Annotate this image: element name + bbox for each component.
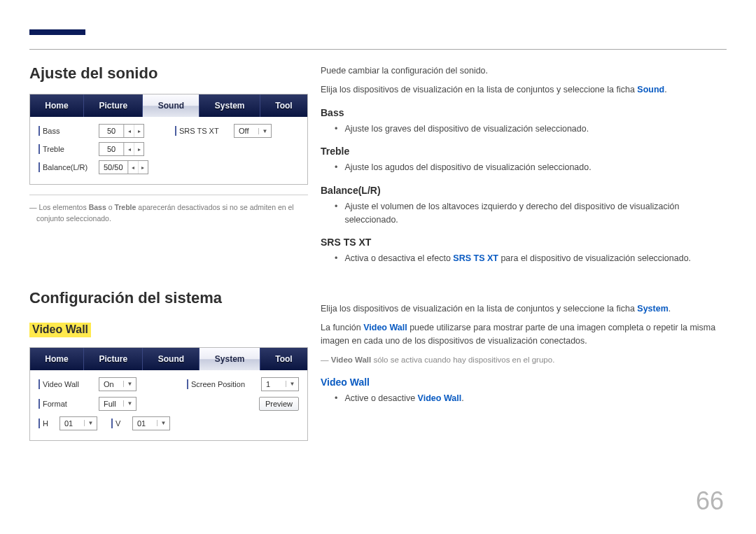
bullet-srs: Activa o desactiva el efecto SRS TS XT p… xyxy=(321,252,727,265)
heading-srs: SRS TS XT xyxy=(321,237,727,248)
screenpos-select[interactable]: 1 ▼ xyxy=(261,377,299,391)
footnote-separator xyxy=(29,195,308,195)
label-screenpos: Screen Position xyxy=(187,379,257,389)
h-value: 01 xyxy=(60,419,84,428)
label-format: Format xyxy=(38,399,94,409)
arrow-left-icon[interactable]: ◂ xyxy=(128,161,138,174)
tab-home-2[interactable]: Home xyxy=(30,348,84,370)
label-videowall: Video Wall xyxy=(38,379,94,389)
arrow-left-icon[interactable]: ◂ xyxy=(124,143,134,155)
chevron-down-icon: ▼ xyxy=(157,420,169,426)
bass-stepper[interactable]: 50 ◂▸ xyxy=(99,124,144,138)
v-select[interactable]: 01 ▼ xyxy=(132,416,170,430)
left-column: Ajuste del sonido Home Picture Sound Sys… xyxy=(29,64,308,451)
video-wall-highlight: Video Wall xyxy=(29,323,91,337)
label-srs: SRS TS XT xyxy=(175,126,230,136)
arrow-right-icon[interactable]: ▸ xyxy=(138,161,148,174)
tab-home[interactable]: Home xyxy=(30,94,84,117)
screenpos-value: 1 xyxy=(262,380,286,388)
label-balance: Balance(L/R) xyxy=(38,162,94,172)
bullet-bass: Ajuste los graves del dispositivo de vis… xyxy=(321,122,727,136)
heading-bass: Bass xyxy=(321,107,727,118)
system-intro-2: La función Video Wall puede utilizarse p… xyxy=(321,321,727,349)
tab-system[interactable]: System xyxy=(200,94,260,117)
label-bass: Bass xyxy=(38,126,94,136)
label-h: H xyxy=(38,419,55,428)
heading-balance: Balance(L/R) xyxy=(321,185,727,196)
videowall-select[interactable]: On ▼ xyxy=(99,377,136,391)
section-title-system: Configuración del sistema xyxy=(29,289,308,307)
balance-stepper[interactable]: 50/50 ◂▸ xyxy=(99,160,148,174)
format-value: Full xyxy=(99,400,123,408)
chevron-down-icon: ▼ xyxy=(123,381,136,387)
page-number: 66 xyxy=(696,486,724,516)
label-treble: Treble xyxy=(38,144,94,154)
heading-treble: Treble xyxy=(321,146,727,157)
chevron-down-icon: ▼ xyxy=(258,128,271,134)
tab-tool-2[interactable]: Tool xyxy=(260,348,307,370)
system-panel-body: Video Wall On ▼ Screen Position 1 ▼ xyxy=(30,370,307,440)
system-tabbar: Home Picture Sound System Tool xyxy=(30,348,307,370)
srs-select[interactable]: Off ▼ xyxy=(234,124,272,138)
sound-intro-1: Puede cambiar la configuración del sonid… xyxy=(321,64,727,78)
bass-value: 50 xyxy=(99,127,123,135)
tab-sound-2[interactable]: Sound xyxy=(143,348,200,370)
h-select[interactable]: 01 ▼ xyxy=(59,416,97,430)
sound-intro-2: Elija los dispositivos de visualización … xyxy=(321,83,727,97)
treble-value: 50 xyxy=(99,145,123,153)
header-accent xyxy=(29,29,85,35)
tab-system-2[interactable]: System xyxy=(200,348,260,370)
balance-value: 50/50 xyxy=(99,163,127,171)
chevron-down-icon: ▼ xyxy=(84,420,97,426)
srs-value: Off xyxy=(234,127,258,135)
tab-sound[interactable]: Sound xyxy=(143,94,200,117)
label-v: V xyxy=(111,419,128,428)
header-rule xyxy=(29,49,727,50)
page-content: Ajuste del sonido Home Picture Sound Sys… xyxy=(29,64,727,451)
chevron-down-icon: ▼ xyxy=(123,400,136,407)
sound-panel-body: Bass 50 ◂▸ Treble 50 ◂▸ xyxy=(30,117,307,184)
arrow-right-icon[interactable]: ▸ xyxy=(134,143,144,155)
arrow-left-icon[interactable]: ◂ xyxy=(124,125,134,137)
sound-footnote: ― Los elementos Bass o Treble aparecerán… xyxy=(29,202,308,225)
tab-picture-2[interactable]: Picture xyxy=(84,348,143,370)
bullet-balance: Ajuste el volumen de los altavoces izqui… xyxy=(321,200,727,227)
tab-tool[interactable]: Tool xyxy=(260,94,307,117)
chevron-down-icon: ▼ xyxy=(286,381,298,387)
bullet-treble: Ajuste los agudos del dispositivo de vis… xyxy=(321,161,727,174)
tab-picture[interactable]: Picture xyxy=(84,94,143,117)
system-note: ― Video Wall sólo se activa cuando hay d… xyxy=(321,354,727,367)
format-select[interactable]: Full ▼ xyxy=(99,397,136,411)
treble-stepper[interactable]: 50 ◂▸ xyxy=(99,142,144,156)
system-intro-1: Elija los dispositivos de visualización … xyxy=(321,302,727,316)
heading-videowall: Video Wall xyxy=(321,377,727,388)
section-title-sound: Ajuste del sonido xyxy=(29,64,308,83)
v-value: 01 xyxy=(133,419,157,428)
system-panel: Home Picture Sound System Tool Video Wal… xyxy=(29,347,308,441)
right-column: Puede cambiar la configuración del sonid… xyxy=(321,64,727,451)
videowall-value: On xyxy=(99,380,123,388)
arrow-right-icon[interactable]: ▸ xyxy=(134,125,144,137)
sound-panel: Home Picture Sound System Tool Bass 50 ◂… xyxy=(29,94,308,185)
sound-tabbar: Home Picture Sound System Tool xyxy=(30,94,307,117)
preview-button[interactable]: Preview xyxy=(259,397,299,411)
bullet-videowall: Active o desactive Video Wall. xyxy=(321,392,727,405)
